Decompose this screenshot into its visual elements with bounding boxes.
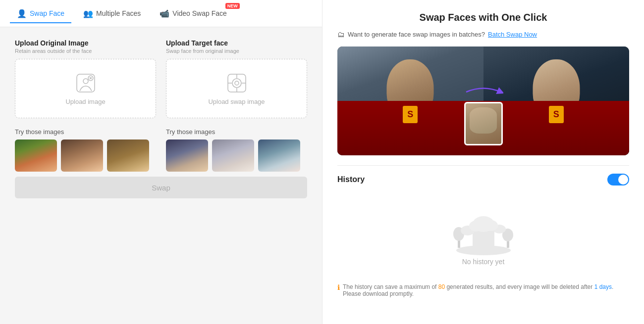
original-sample-images	[15, 139, 156, 172]
upload-original-title: Upload Original Image	[15, 39, 156, 47]
swap-arrow	[464, 85, 503, 99]
history-section: History	[337, 165, 629, 297]
empty-history: No history yet	[337, 193, 629, 283]
tab-video-swap[interactable]: 📹 Video Swap Face NEW	[153, 5, 236, 23]
demo-right: S	[483, 46, 630, 155]
history-toggle[interactable]	[607, 174, 629, 185]
upload-original-label: Upload image	[65, 98, 105, 105]
sample-original-1[interactable]	[15, 139, 57, 172]
upload-target-icon	[226, 72, 248, 94]
upload-target-box[interactable]: Upload swap image	[166, 59, 307, 118]
swap-btn-container: Swap	[15, 177, 307, 198]
upload-original-box[interactable]: Upload image	[15, 59, 156, 118]
svg-point-19	[469, 221, 483, 231]
right-panel-title: Swap Faces with One Click	[337, 12, 629, 23]
sample-row: Try those images Try those images	[15, 128, 307, 172]
sample-target-1[interactable]	[166, 139, 208, 172]
history-title: History	[337, 175, 365, 184]
upload-target-label: Upload swap image	[208, 98, 265, 105]
right-panel: Swap Faces with One Click 🗂 Want to gene…	[322, 0, 644, 324]
original-samples: Try those images	[15, 128, 156, 172]
history-note: ℹ The history can save a maximum of 80 g…	[337, 283, 629, 297]
demo-left: S	[337, 46, 483, 155]
empty-history-text: No history yet	[462, 258, 505, 266]
swap-button[interactable]: Swap	[15, 177, 307, 198]
persons-icon: 👥	[83, 9, 93, 18]
sample-original-3[interactable]	[107, 139, 149, 172]
svg-point-1	[83, 79, 88, 84]
info-icon: ℹ	[337, 283, 340, 291]
original-sample-label: Try those images	[15, 128, 156, 136]
batch-row: 🗂 Want to generate face swap images in b…	[337, 30, 629, 39]
video-icon: 📹	[160, 9, 169, 18]
batch-swap-link[interactable]: Batch Swap Now	[488, 31, 537, 38]
sample-original-2[interactable]	[61, 139, 103, 172]
swap-thumbnail	[464, 102, 503, 145]
target-sample-images	[166, 139, 307, 172]
upload-target-section: Upload Target face Swap face from origin…	[166, 39, 307, 118]
svg-rect-0	[77, 74, 95, 92]
tab-swap-face[interactable]: 👤 Swap Face	[10, 5, 71, 23]
target-sample-label: Try those images	[166, 128, 307, 136]
upload-row: Upload Original Image Retain areas outsi…	[15, 39, 307, 118]
upload-original-section: Upload Original Image Retain areas outsi…	[15, 39, 156, 118]
history-header: History	[337, 174, 629, 185]
layers-icon: 🗂	[337, 30, 345, 39]
svg-point-4	[232, 79, 241, 88]
new-badge: NEW	[225, 3, 240, 9]
demo-image: S	[337, 46, 629, 155]
sample-target-3[interactable]	[258, 139, 300, 172]
target-samples: Try those images	[166, 128, 307, 172]
upload-original-icon	[75, 72, 97, 94]
upload-original-subtitle: Retain areas outside of the face	[15, 48, 156, 54]
svg-point-5	[235, 81, 239, 85]
person-icon: 👤	[17, 9, 27, 18]
tab-multiple-faces[interactable]: 👥 Multiple Faces	[76, 5, 148, 23]
empty-illustration	[449, 203, 518, 258]
svg-point-20	[484, 220, 498, 231]
upload-target-title: Upload Target face	[166, 39, 307, 47]
tab-bar: 👤 Swap Face 👥 Multiple Faces 📹 Video Swa…	[0, 0, 322, 27]
upload-target-subtitle: Swap face from original image	[166, 48, 307, 54]
sample-target-2[interactable]	[212, 139, 254, 172]
main-content: Upload Original Image Retain areas outsi…	[0, 27, 322, 324]
